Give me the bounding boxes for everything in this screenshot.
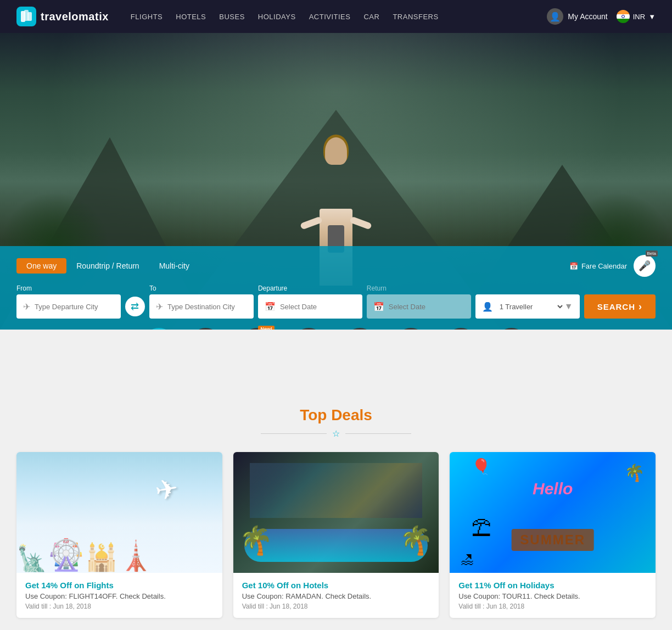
bottom-section: Top Deals ☆ ✈ 🗽 🎡 🕌 🗼 Get 14% Off on Fli… <box>0 384 672 630</box>
cat-transfers[interactable]: 🚗 TRANSFERS <box>340 328 380 330</box>
deal-image-holidays: Hello SUMMER 🎈 🌴 ⛱ 🏖 <box>450 452 656 573</box>
swap-button[interactable]: ⇄ <box>125 297 145 316</box>
deal-desc-holidays: Use Coupon: TOUR11. Check Details. <box>458 592 647 600</box>
search-button[interactable]: SEARCH › <box>584 294 656 319</box>
departure-city-input[interactable] <box>35 303 114 311</box>
return-label: Return <box>367 285 471 292</box>
currency-chevron-icon: ▼ <box>648 13 656 21</box>
tab-multi-city[interactable]: Multi-city <box>149 258 199 274</box>
calendar-icon: 📅 <box>265 302 276 312</box>
cars-icon-wrap: 🚘 <box>396 328 426 330</box>
deal-card-holidays[interactable]: Hello SUMMER 🎈 🌴 ⛱ 🏖 Get 11% Off on Holi… <box>450 452 656 618</box>
traveller-field-group: 👤 1 Traveller 2 Travellers 3 Travellers … <box>475 285 580 319</box>
flights-icon-wrap: ✈ <box>144 328 174 330</box>
logo[interactable]: travelomatix <box>16 7 109 26</box>
star-icon: ☆ <box>332 428 340 439</box>
category-bar: ✈ FLIGHTS 🏨 HOTELS 🏷 New! HOT DEALS! 🚌 B… <box>0 322 672 330</box>
landmark-liberty-icon: 🗽 <box>16 544 47 573</box>
from-field-group: From ✈ <box>16 285 121 319</box>
top-deals-title: Top Deals <box>16 406 656 424</box>
my-account-button[interactable]: 👤 My Account <box>547 8 607 25</box>
fare-calendar-button[interactable]: 📅 Fare Calendar <box>569 262 627 270</box>
landmark-tower-icon: 🗼 <box>118 539 154 573</box>
cat-cars[interactable]: 🚘 CARS <box>396 328 426 330</box>
palm-left-icon: 🌴 <box>239 525 273 556</box>
search-arrow-icon: › <box>639 301 642 313</box>
search-button-label: SEARCH <box>597 302 635 311</box>
account-avatar: 👤 <box>547 8 563 25</box>
to-field-group: To ✈ <box>149 285 254 319</box>
from-label: From <box>16 285 121 292</box>
mic-icon: 🎤 <box>639 260 651 272</box>
buses-icon-wrap: 🚌 <box>294 328 324 330</box>
hotels-icon-wrap: 🏨 <box>191 328 221 330</box>
cat-activities[interactable]: 🔭 ACTIVITIES <box>443 328 479 330</box>
departure-date-input[interactable] <box>280 303 356 311</box>
traveller-chevron-icon: ▼ <box>564 302 573 311</box>
beta-badge: Beta <box>646 250 658 257</box>
person-arm-right <box>349 216 372 230</box>
search-overlay: One way Roundtrip / Return Multi-city 📅 … <box>0 246 672 330</box>
deals-grid: ✈ 🗽 🎡 🕌 🗼 Get 14% Off on Flights Use Cou… <box>16 452 656 618</box>
calendar-icon: 📅 <box>569 262 578 270</box>
deal-info-holidays: Get 11% Off on Holidays Use Coupon: TOUR… <box>450 573 656 618</box>
nav-buses[interactable]: BUSES <box>219 13 245 21</box>
header-right: 👤 My Account INR ▼ <box>547 8 656 25</box>
nav-bar: FLIGHTS HOTELS BUSES HOLIDAYS ACTIVITIES… <box>131 13 547 21</box>
currency-label: INR <box>633 13 645 21</box>
from-input-wrap: ✈ <box>16 294 121 319</box>
nav-hotels[interactable]: HOTELS <box>176 13 206 21</box>
nav-activities[interactable]: ACTIVITIES <box>309 13 351 21</box>
umbrella-icon: ⛱ <box>472 517 491 540</box>
deal-card-flights[interactable]: ✈ 🗽 🎡 🕌 🗼 Get 14% Off on Flights Use Cou… <box>16 452 222 618</box>
svg-rect-3 <box>27 12 32 21</box>
to-input-wrap: ✈ <box>149 294 254 319</box>
header: travelomatix FLIGHTS HOTELS BUSES HOLIDA… <box>0 0 672 33</box>
person-head <box>325 137 347 165</box>
traveller-label-blank <box>475 285 580 292</box>
palm-right-icon: 🌴 <box>399 525 433 556</box>
deal-validity-flights: Valid till : Jun 18, 2018 <box>25 603 214 610</box>
cat-hotdeals[interactable]: 🏷 New! HOT DEALS! <box>237 328 277 330</box>
currency-selector[interactable]: INR ▼ <box>617 10 656 23</box>
cat-flights[interactable]: ✈ FLIGHTS <box>144 328 174 330</box>
fare-calendar-label: Fare Calendar <box>581 262 627 270</box>
nav-car[interactable]: CAR <box>363 13 379 21</box>
nav-holidays[interactable]: HOLIDAYS <box>258 13 296 21</box>
hello-text-deco: Hello <box>533 480 573 498</box>
return-date-input[interactable] <box>389 303 464 311</box>
deal-card-hotels[interactable]: 🌴 🌴 Get 10% Off on Hotels Use Coupon: RA… <box>233 452 439 618</box>
tab-roundtrip[interactable]: Roundtrip / Return <box>66 258 149 274</box>
landmark-ferris-icon: 🎡 <box>47 537 85 573</box>
india-flag <box>617 10 630 23</box>
deal-title-holidays: Get 11% Off on Holidays <box>458 581 647 590</box>
cat-buses[interactable]: 🚌 BUSES <box>294 328 324 330</box>
new-badge: New! <box>258 326 275 330</box>
hero-section: One way Roundtrip / Return Multi-city 📅 … <box>0 33 672 330</box>
balloon-icon: 🎈 <box>472 458 491 476</box>
deal-title-hotels: Get 10% Off on Hotels <box>242 581 430 590</box>
brand-name: travelomatix <box>41 10 109 23</box>
deal-info-flights: Get 14% Off on Flights Use Coupon: FLIGH… <box>16 573 222 618</box>
nav-flights[interactable]: FLIGHTS <box>131 13 163 21</box>
plane-icon: ✈ <box>23 302 30 312</box>
nav-transfers[interactable]: TRANSFERS <box>393 13 438 21</box>
mic-button[interactable]: Beta 🎤 <box>634 255 656 277</box>
deal-image-hotels: 🌴 🌴 <box>233 452 439 573</box>
deal-image-flights: ✈ 🗽 🎡 🕌 🗼 <box>16 452 222 573</box>
cat-holidays[interactable]: 🎄 HOLIDAYS <box>495 328 528 330</box>
destination-city-input[interactable] <box>167 303 247 311</box>
departure-label: Departure <box>258 285 362 292</box>
plane-deco-icon: ✈ <box>153 472 181 508</box>
person-icon: 👤 <box>482 302 493 312</box>
traveller-select[interactable]: 1 Traveller 2 Travellers 3 Travellers <box>497 302 564 311</box>
to-label: To <box>149 285 254 292</box>
destination-plane-icon: ✈ <box>156 302 163 312</box>
tab-one-way[interactable]: One way <box>16 258 66 274</box>
hotel-lights-deco <box>250 463 423 518</box>
top-deals-divider: ☆ <box>16 428 656 439</box>
deal-validity-holidays: Valid till : Jun 18, 2018 <box>458 603 647 610</box>
beach-icon: 🏖 <box>461 552 474 567</box>
summer-text-deco: SUMMER <box>511 529 594 551</box>
cat-hotels[interactable]: 🏨 HOTELS <box>191 328 221 330</box>
